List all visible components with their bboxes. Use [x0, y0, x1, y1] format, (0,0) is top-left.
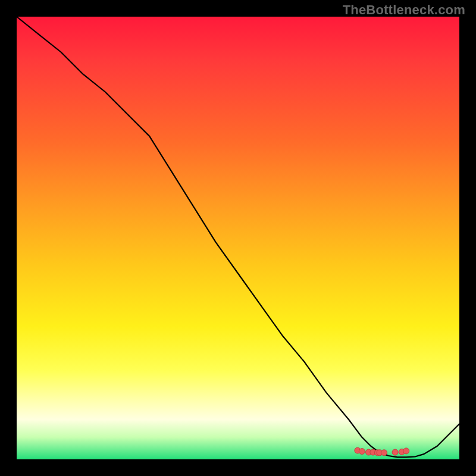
marker-cluster: [355, 447, 409, 456]
marker-dot: [381, 450, 387, 456]
marker-dot: [403, 448, 409, 454]
data-curve: [17, 17, 459, 457]
chart-svg: [17, 17, 459, 459]
marker-dot: [359, 449, 365, 455]
watermark-text: TheBottleneck.com: [343, 2, 465, 18]
marker-dot: [392, 449, 398, 455]
plot-area: [17, 17, 459, 459]
chart-stage: TheBottleneck.com: [0, 0, 476, 476]
